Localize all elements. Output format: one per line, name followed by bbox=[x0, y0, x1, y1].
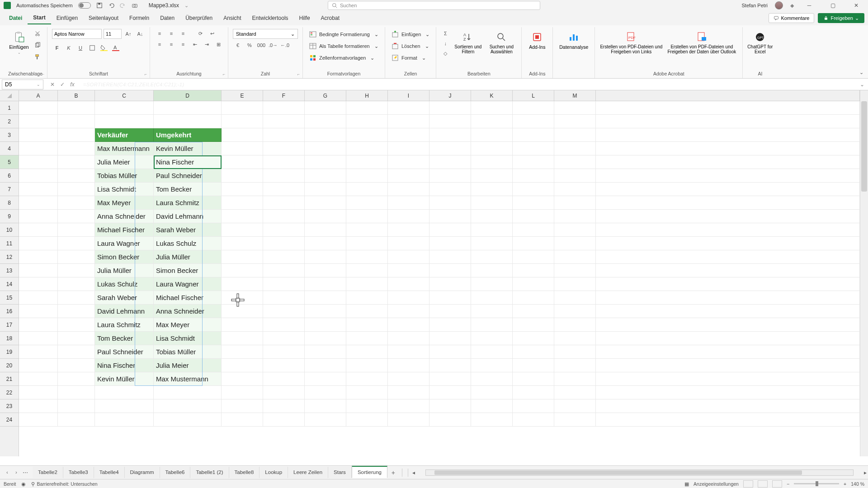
align-middle-icon[interactable]: ≡ bbox=[166, 29, 176, 38]
cell-H6[interactable] bbox=[346, 169, 388, 183]
data-analysis-button[interactable]: Datenanalyse bbox=[557, 29, 590, 50]
cell-I2[interactable] bbox=[388, 115, 429, 128]
col-header-H[interactable]: H bbox=[346, 90, 388, 101]
cell-L6[interactable] bbox=[513, 169, 554, 183]
cell-H24[interactable] bbox=[346, 413, 388, 427]
cell-empty[interactable] bbox=[596, 183, 860, 196]
cell-F5[interactable] bbox=[263, 155, 305, 169]
row-header[interactable]: 4 bbox=[0, 142, 19, 155]
cell-E24[interactable] bbox=[222, 413, 263, 427]
zoom-slider[interactable] bbox=[794, 483, 839, 484]
row-header[interactable]: 8 bbox=[0, 196, 19, 210]
launcher-icon[interactable]: ⌐ bbox=[42, 72, 44, 76]
cell-C4[interactable]: Max Mustermann bbox=[95, 142, 154, 155]
row-header[interactable]: 3 bbox=[0, 128, 19, 142]
cell-empty[interactable] bbox=[596, 128, 860, 142]
cell-F17[interactable] bbox=[263, 318, 305, 332]
cell-G12[interactable] bbox=[305, 250, 346, 264]
cell-L15[interactable] bbox=[513, 291, 554, 305]
cell-C2[interactable] bbox=[95, 115, 154, 128]
zoom-level[interactable]: 140 % bbox=[851, 481, 864, 487]
cell-empty[interactable] bbox=[596, 250, 860, 264]
increase-font-icon[interactable]: A↑ bbox=[123, 29, 133, 38]
cell-K2[interactable] bbox=[471, 115, 513, 128]
cell-A8[interactable] bbox=[19, 196, 58, 210]
cell-D19[interactable]: Tobias Müller bbox=[154, 345, 222, 359]
cell-J7[interactable] bbox=[429, 183, 471, 196]
cell-I22[interactable] bbox=[388, 386, 429, 399]
cell-empty[interactable] bbox=[596, 372, 860, 386]
chatgpt-button[interactable]: GPT ChatGPT for Excel bbox=[747, 29, 773, 54]
document-name[interactable]: Mappe3.xlsx bbox=[149, 2, 179, 9]
cell-G23[interactable] bbox=[305, 399, 346, 413]
cell-D20[interactable]: Julia Meier bbox=[154, 359, 222, 372]
user-avatar-icon[interactable] bbox=[775, 1, 783, 9]
cell-M3[interactable] bbox=[554, 128, 596, 142]
row-header[interactable]: 14 bbox=[0, 277, 19, 291]
redo-icon[interactable] bbox=[120, 2, 126, 9]
fill-color-icon[interactable] bbox=[99, 43, 109, 52]
launcher-icon[interactable]: ⌐ bbox=[297, 72, 300, 76]
format-painter-icon[interactable] bbox=[33, 52, 42, 61]
cell-G14[interactable] bbox=[305, 277, 346, 291]
cell-E8[interactable] bbox=[222, 196, 263, 210]
cell-G10[interactable] bbox=[305, 223, 346, 237]
cell-empty[interactable] bbox=[596, 399, 860, 413]
col-header-rest[interactable] bbox=[596, 90, 860, 101]
cell-H5[interactable] bbox=[346, 155, 388, 169]
row-header[interactable]: 21 bbox=[0, 372, 19, 386]
sheet-tab[interactable]: Tabelle4 bbox=[94, 467, 125, 478]
cell-H13[interactable] bbox=[346, 264, 388, 277]
cell-empty[interactable] bbox=[596, 264, 860, 277]
tab-start[interactable]: Start bbox=[28, 12, 51, 24]
fill-icon[interactable]: ↓ bbox=[441, 39, 450, 48]
cell-M23[interactable] bbox=[554, 399, 596, 413]
cell-L9[interactable] bbox=[513, 210, 554, 223]
cell-G11[interactable] bbox=[305, 237, 346, 250]
cell-D1[interactable] bbox=[154, 101, 222, 115]
cell-G3[interactable] bbox=[305, 128, 346, 142]
cell-M24[interactable] bbox=[554, 413, 596, 427]
cell-D21[interactable]: Max Mustermann bbox=[154, 372, 222, 386]
cell-E17[interactable] bbox=[222, 318, 263, 332]
zoom-out-icon[interactable]: − bbox=[787, 481, 789, 487]
launcher-icon[interactable]: ⌐ bbox=[145, 72, 147, 76]
addins-button[interactable]: Add-Ins bbox=[526, 29, 548, 50]
cell-F2[interactable] bbox=[263, 115, 305, 128]
sheet-tab[interactable]: Tabelle8 bbox=[229, 467, 260, 478]
cell-B5[interactable] bbox=[58, 155, 95, 169]
cell-F8[interactable] bbox=[263, 196, 305, 210]
accessibility-status[interactable]: Barrierefreiheit: Untersuchen bbox=[37, 481, 97, 487]
increase-decimal-icon[interactable]: .0→ bbox=[268, 41, 278, 50]
cell-B2[interactable] bbox=[58, 115, 95, 128]
display-settings-icon[interactable]: ▦ bbox=[684, 481, 689, 487]
cell-J16[interactable] bbox=[429, 305, 471, 318]
cell-empty[interactable] bbox=[596, 359, 860, 372]
cell-J1[interactable] bbox=[429, 101, 471, 115]
cell-I6[interactable] bbox=[388, 169, 429, 183]
cell-H1[interactable] bbox=[346, 101, 388, 115]
cell-L23[interactable] bbox=[513, 399, 554, 413]
cell-G16[interactable] bbox=[305, 305, 346, 318]
cell-E22[interactable] bbox=[222, 386, 263, 399]
cell-F1[interactable] bbox=[263, 101, 305, 115]
cell-I1[interactable] bbox=[388, 101, 429, 115]
cell-L24[interactable] bbox=[513, 413, 554, 427]
col-header-I[interactable]: I bbox=[388, 90, 429, 101]
cell-H2[interactable] bbox=[346, 115, 388, 128]
cell-M14[interactable] bbox=[554, 277, 596, 291]
pdf-share-link-button[interactable]: PDF Erstellen von PDF-Dateien und Freige… bbox=[599, 29, 663, 54]
cell-L12[interactable] bbox=[513, 250, 554, 264]
col-header-A[interactable]: A bbox=[19, 90, 58, 101]
cell-M4[interactable] bbox=[554, 142, 596, 155]
sheet-tab[interactable]: Tabelle2 bbox=[33, 467, 63, 478]
cell-C18[interactable]: Tom Becker bbox=[95, 332, 154, 345]
cell-G6[interactable] bbox=[305, 169, 346, 183]
cell-A21[interactable] bbox=[19, 372, 58, 386]
cell-A16[interactable] bbox=[19, 305, 58, 318]
cell-F24[interactable] bbox=[263, 413, 305, 427]
cell-J6[interactable] bbox=[429, 169, 471, 183]
sheet-more-icon[interactable]: ⋯ bbox=[22, 469, 29, 476]
cell-E11[interactable] bbox=[222, 237, 263, 250]
cell-J9[interactable] bbox=[429, 210, 471, 223]
